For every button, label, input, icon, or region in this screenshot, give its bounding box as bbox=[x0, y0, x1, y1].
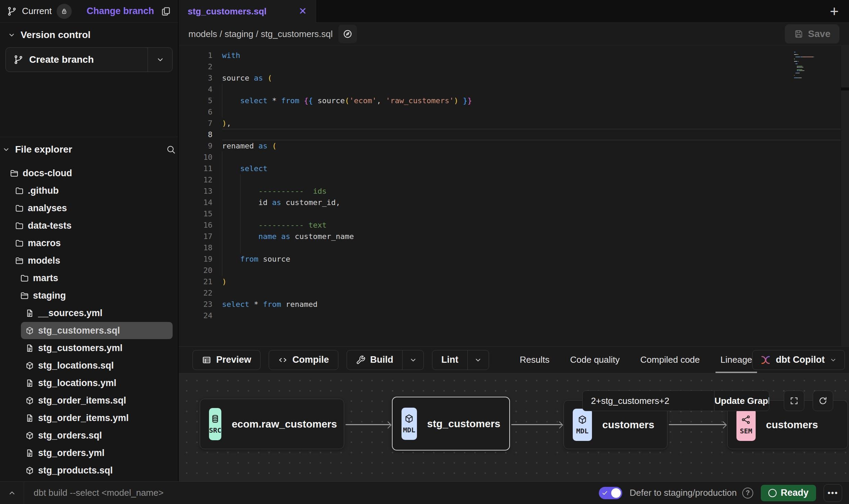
tree-item-data-tests[interactable]: data-tests bbox=[11, 217, 173, 234]
code-line-15[interactable]: 15 bbox=[179, 208, 849, 219]
code-line-12[interactable]: 12 bbox=[179, 174, 849, 185]
lineage-panel[interactable]: SRCecom.raw_customersMDLstg_customersMDL… bbox=[179, 373, 849, 481]
defer-toggle[interactable] bbox=[599, 487, 622, 499]
refresh-button[interactable] bbox=[813, 391, 833, 411]
tree-item-stg-customers-sql[interactable]: stg_customers.sql bbox=[21, 322, 173, 339]
tree-item-macros[interactable]: macros bbox=[11, 235, 173, 252]
code-line-8[interactable]: 8 bbox=[179, 129, 849, 140]
code-icon bbox=[278, 355, 288, 365]
tree-item-analyses[interactable]: analyses bbox=[11, 200, 173, 217]
tree-item-staging[interactable]: staging bbox=[16, 287, 173, 304]
tree-item-stg-locations-yml[interactable]: stg_locations.yml bbox=[21, 374, 173, 392]
line-number: 13 bbox=[179, 185, 212, 197]
tree-item-label: stg_orders.sql bbox=[38, 430, 102, 441]
line-content: ---------- ids bbox=[222, 185, 849, 197]
line-number: 16 bbox=[179, 219, 212, 231]
code-line-9[interactable]: 9renamed as ( bbox=[179, 140, 849, 152]
tree-item-docs-cloud[interactable]: docs-cloud bbox=[5, 165, 173, 182]
new-tab-button[interactable]: + bbox=[830, 4, 839, 19]
preview-button[interactable]: Preview bbox=[193, 350, 260, 370]
fullscreen-button[interactable] bbox=[784, 391, 804, 411]
tree-item--sources-yml[interactable]: __sources.yml bbox=[21, 304, 173, 322]
tree-item-stg-order-items-sql[interactable]: stg_order_items.sql bbox=[21, 392, 173, 409]
code-line-3[interactable]: 3source as ( bbox=[179, 72, 849, 84]
code-line-16[interactable]: 16 ---------- text bbox=[179, 219, 849, 231]
code-line-7[interactable]: 7), bbox=[179, 118, 849, 129]
file-explorer-header[interactable]: File explorer bbox=[0, 137, 178, 162]
search-icon[interactable] bbox=[166, 144, 176, 155]
lint-dropdown[interactable] bbox=[467, 350, 489, 370]
tree-item-stg-order-items-yml[interactable]: stg_order_items.yml bbox=[21, 409, 173, 427]
code-line-14[interactable]: 14 id as customer_id, bbox=[179, 197, 849, 208]
tree-item-stg-products-sql[interactable]: stg_products.sql bbox=[21, 462, 173, 479]
folder-open-icon bbox=[15, 256, 24, 265]
code-line-18[interactable]: 18 bbox=[179, 242, 849, 253]
lineage-node-ecom-raw-customers[interactable]: SRCecom.raw_customers bbox=[200, 399, 344, 449]
compile-button-main[interactable]: Compile bbox=[269, 350, 338, 370]
save-button[interactable]: Save bbox=[785, 24, 839, 44]
code-line-22[interactable]: 22 bbox=[179, 287, 849, 299]
tree-item-stg-locations-sql[interactable]: stg_locations.sql bbox=[21, 357, 173, 374]
code-line-23[interactable]: 23select * from renamed bbox=[179, 299, 849, 310]
code-line-24[interactable]: 24 bbox=[179, 310, 849, 321]
preview-button-main[interactable]: Preview bbox=[193, 350, 260, 370]
code-line-4[interactable]: 4 bbox=[179, 84, 849, 95]
create-branch-main[interactable]: Create branch bbox=[6, 48, 148, 72]
tree-item-stg-customers-yml[interactable]: stg_customers.yml bbox=[21, 339, 173, 357]
line-content bbox=[222, 129, 841, 140]
code-line-13[interactable]: 13 ---------- ids bbox=[179, 185, 849, 197]
panel-tab-code-quality[interactable]: Code quality bbox=[570, 347, 620, 373]
status-ready-button[interactable]: Ready bbox=[761, 485, 816, 501]
editor-scrollbar[interactable] bbox=[841, 46, 849, 346]
create-branch-dropdown[interactable] bbox=[148, 48, 172, 72]
build-button-main[interactable]: Build bbox=[347, 350, 403, 370]
panel-tab-compiled-code[interactable]: Compiled code bbox=[640, 347, 700, 373]
code-line-19[interactable]: 19 from source bbox=[179, 253, 849, 265]
dbt-copilot-label: dbt Copilot bbox=[776, 355, 825, 365]
code-line-1[interactable]: 1with bbox=[179, 50, 849, 61]
close-icon[interactable]: ✕ bbox=[299, 7, 307, 16]
code-line-10[interactable]: 10 bbox=[179, 152, 849, 163]
editor-tabstrip: stg_customers.sql ✕ + bbox=[179, 0, 849, 23]
code-line-2[interactable]: 2 bbox=[179, 61, 849, 72]
create-branch-button[interactable]: Create branch bbox=[5, 47, 173, 72]
code-line-6[interactable]: 6 bbox=[179, 106, 849, 118]
build-dropdown[interactable] bbox=[402, 350, 423, 370]
file-navigation-button[interactable] bbox=[338, 25, 357, 43]
command-input[interactable] bbox=[24, 488, 599, 498]
lint-button-main[interactable]: Lint bbox=[432, 350, 467, 370]
code-line-11[interactable]: 11 select bbox=[179, 163, 849, 174]
tree-item--github[interactable]: .github bbox=[11, 182, 173, 199]
lineage-selector-input[interactable] bbox=[583, 391, 714, 411]
lint-button[interactable]: Lint bbox=[432, 350, 489, 370]
tree-item-stg-orders-sql[interactable]: stg_orders.sql bbox=[21, 427, 173, 444]
more-options-button[interactable]: ••• bbox=[824, 484, 842, 502]
code-line-5[interactable]: 5 select * from {{ source('ecom', 'raw_c… bbox=[179, 95, 849, 106]
change-branch-link[interactable]: Change branch bbox=[86, 6, 154, 16]
minimap[interactable] bbox=[794, 52, 839, 80]
line-number: 22 bbox=[179, 287, 212, 299]
code-line-21[interactable]: 21) bbox=[179, 276, 849, 287]
lineage-node-stg-customers[interactable]: MDLstg_customers bbox=[392, 397, 510, 451]
version-control-header[interactable]: Version control bbox=[5, 23, 173, 47]
compile-button[interactable]: Compile bbox=[269, 350, 338, 370]
code-editor[interactable]: 1with23source as (45 select * from {{ so… bbox=[179, 46, 849, 346]
code-line-20[interactable]: 20 bbox=[179, 265, 849, 276]
tab-stg-customers-sql[interactable]: stg_customers.sql ✕ bbox=[179, 0, 316, 23]
line-number: 12 bbox=[179, 174, 212, 185]
tree-item-models[interactable]: models bbox=[11, 252, 173, 269]
help-icon[interactable]: ? bbox=[742, 488, 753, 499]
tree-item-stg-orders-yml[interactable]: stg_orders.yml bbox=[21, 444, 173, 461]
tree-item-marts[interactable]: marts bbox=[16, 269, 173, 287]
line-content: ), bbox=[222, 118, 849, 129]
panel-tab-lineage[interactable]: Lineage bbox=[720, 347, 752, 373]
copy-icon[interactable] bbox=[160, 6, 171, 17]
code-line-17[interactable]: 17 name as customer_name bbox=[179, 231, 849, 242]
node-badge-sem: SEM bbox=[736, 409, 756, 441]
update-graph-button[interactable]: Update Graph bbox=[714, 391, 769, 411]
tree-item-label: stg_customers.sql bbox=[38, 325, 120, 336]
collapse-command-bar-button[interactable] bbox=[0, 482, 24, 504]
build-button[interactable]: Build bbox=[347, 350, 424, 370]
dbt-copilot-button[interactable]: dbt Copilot bbox=[752, 350, 845, 370]
panel-tab-results[interactable]: Results bbox=[520, 347, 550, 373]
